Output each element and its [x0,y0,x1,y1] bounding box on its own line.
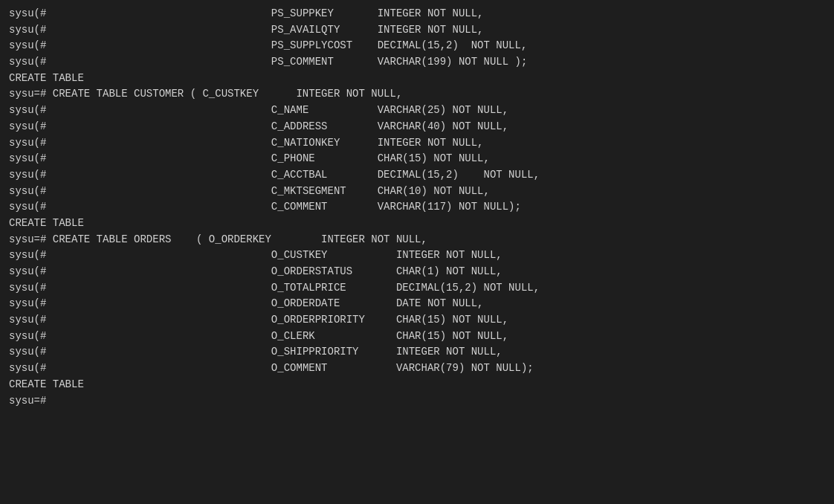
line-content: PS_AVAILQTY INTEGER NOT NULL, [46,24,483,36]
terminal-line: sysu(# O_TOTALPRICE DECIMAL(15,2) NOT NU… [9,280,825,297]
line-content: PS_COMMENT VARCHAR(199) NOT NULL ); [46,56,527,68]
line-content: INTEGER NOT NULL, [271,233,427,245]
line-content: PS_SUPPKEY INTEGER NOT NULL, [46,7,483,19]
prompt-text: sysu(# [9,104,46,116]
line-content: C_NAME VARCHAR(25) NOT NULL, [46,104,508,116]
prompt-text: sysu(# [9,185,46,197]
terminal-line: sysu(# O_ORDERDATE DATE NOT NULL, [9,296,825,312]
prompt-text: sysu=# [9,395,46,407]
line-content: O_ORDERPRIORITY CHAR(15) NOT NULL, [46,314,508,326]
prompt-text: sysu(# [9,330,46,342]
terminal-line: sysu(# C_MKTSEGMENT CHAR(10) NOT NULL, [9,184,825,200]
line-content: PS_SUPPLYCOST DECIMAL(15,2) NOT NULL, [46,39,527,51]
line-content: O_ORDERDATE DATE NOT NULL, [46,297,483,309]
terminal-line: sysu(# PS_SUPPKEY INTEGER NOT NULL, [9,6,825,22]
line-content: C_ADDRESS VARCHAR(40) NOT NULL, [46,120,508,132]
terminal-line: sysu(# O_ORDERSTATUS CHAR(1) NOT NULL, [9,264,825,280]
prompt-text: sysu(# [9,169,46,181]
terminal-output: sysu(# PS_SUPPKEY INTEGER NOT NULL,sysu(… [9,6,825,409]
terminal-line: sysu(# PS_COMMENT VARCHAR(199) NOT NULL … [9,54,825,71]
line-content: O_CUSTKEY INTEGER NOT NULL, [46,249,502,261]
prompt-text: sysu(# [9,201,46,213]
terminal-line: sysu(# O_CLERK CHAR(15) NOT NULL, [9,329,825,345]
terminal-line: sysu(# O_ORDERPRIORITY CHAR(15) NOT NULL… [9,312,825,329]
terminal-line: sysu=# CREATE TABLE CUSTOMER ( C_CUSTKEY… [9,86,825,103]
terminal-line: sysu(# O_CUSTKEY INTEGER NOT NULL, [9,248,825,264]
line-content: O_TOTALPRICE DECIMAL(15,2) NOT NULL, [46,282,540,294]
line-content: O_SHIPPRIORITY INTEGER NOT NULL, [46,346,502,358]
prompt-text: sysu(# [9,362,46,374]
prompt-text: sysu(# [9,346,46,358]
terminal-line: sysu(# O_COMMENT VARCHAR(79) NOT NULL); [9,361,825,377]
terminal-line: sysu(# PS_AVAILQTY INTEGER NOT NULL, [9,22,825,39]
prompt-text: CREATE TABLE [9,72,84,84]
line-content: O_ORDERSTATUS CHAR(1) NOT NULL, [46,265,502,277]
prompt-text: CREATE TABLE [9,217,84,229]
prompt-text: sysu(# [9,314,46,326]
prompt-text: sysu=# CREATE TABLE CUSTOMER ( C_CUSTKEY [9,88,259,100]
terminal-line: sysu=# CREATE TABLE ORDERS ( O_ORDERKEY … [9,232,825,248]
prompt-text: sysu(# [9,120,46,132]
prompt-text: sysu(# [9,56,46,68]
terminal-line: CREATE TABLE [9,216,825,232]
prompt-text: sysu(# [9,265,46,277]
terminal-line: CREATE TABLE [9,377,825,393]
terminal-line: sysu=# [9,393,825,410]
terminal-line: sysu(# PS_SUPPLYCOST DECIMAL(15,2) NOT N… [9,38,825,54]
terminal-line: sysu(# C_ACCTBAL DECIMAL(15,2) NOT NULL, [9,167,825,184]
prompt-text: CREATE TABLE [9,378,84,390]
line-content: C_COMMENT VARCHAR(117) NOT NULL); [46,201,521,213]
prompt-text: sysu(# [9,7,46,19]
line-content: C_MKTSEGMENT CHAR(10) NOT NULL, [46,185,490,197]
prompt-text: sysu(# [9,249,46,261]
prompt-text: sysu(# [9,152,46,164]
terminal-line: sysu(# C_NATIONKEY INTEGER NOT NULL, [9,135,825,152]
prompt-text: sysu(# [9,137,46,149]
prompt-text: sysu=# CREATE TABLE ORDERS ( O_ORDERKEY [9,233,271,245]
terminal-line: CREATE TABLE [9,71,825,87]
prompt-text: sysu(# [9,282,46,294]
terminal-line: sysu(# O_SHIPPRIORITY INTEGER NOT NULL, [9,344,825,361]
line-content: O_CLERK CHAR(15) NOT NULL, [46,330,508,342]
terminal-line: sysu(# C_COMMENT VARCHAR(117) NOT NULL); [9,199,825,216]
line-content: C_PHONE CHAR(15) NOT NULL, [46,152,490,164]
line-content: C_NATIONKEY INTEGER NOT NULL, [46,137,483,149]
prompt-text: sysu(# [9,297,46,309]
terminal-line: sysu(# C_ADDRESS VARCHAR(40) NOT NULL, [9,119,825,135]
terminal-line: sysu(# C_NAME VARCHAR(25) NOT NULL, [9,103,825,119]
prompt-text: sysu(# [9,24,46,36]
terminal-line: sysu(# C_PHONE CHAR(15) NOT NULL, [9,151,825,167]
line-content: C_ACCTBAL DECIMAL(15,2) NOT NULL, [46,169,540,181]
prompt-text: sysu(# [9,39,46,51]
line-content: O_COMMENT VARCHAR(79) NOT NULL); [46,362,533,374]
line-content: INTEGER NOT NULL, [259,88,402,100]
